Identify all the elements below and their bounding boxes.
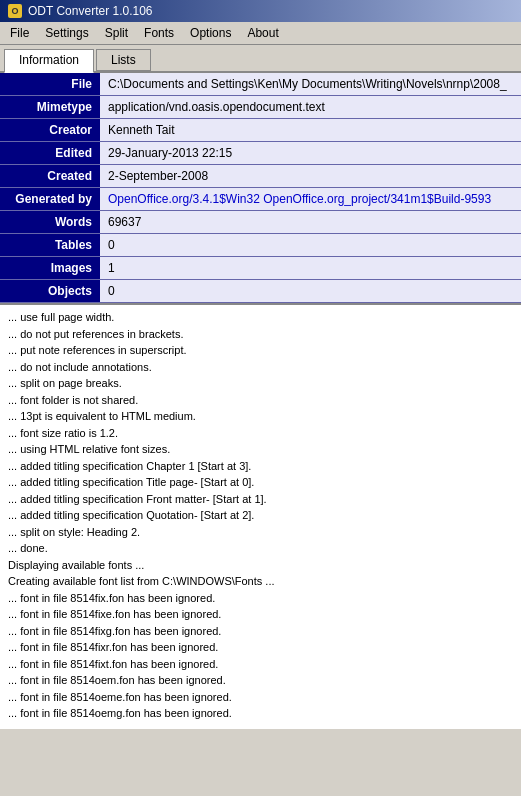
table-row: Generated byOpenOffice.org/3.4.1$Win32 O…: [0, 188, 521, 211]
table-row: Tables0: [0, 234, 521, 257]
table-row: Objects0: [0, 280, 521, 303]
row-value: 0: [100, 280, 521, 303]
row-value: Kenneth Tait: [100, 119, 521, 142]
log-line: ... font in file 8514fixe.fon has been i…: [8, 606, 513, 623]
menu-file[interactable]: File: [4, 24, 35, 42]
row-label: Generated by: [0, 188, 100, 211]
tab-lists[interactable]: Lists: [96, 49, 151, 71]
log-line: Creating available font list from C:\WIN…: [8, 573, 513, 590]
log-line: ... added titling specification Title pa…: [8, 474, 513, 491]
row-label: Words: [0, 211, 100, 234]
app-icon-letter: O: [11, 6, 18, 16]
log-line: ... font in file 8514fixg.fon has been i…: [8, 623, 513, 640]
row-value: 29-January-2013 22:15: [100, 142, 521, 165]
log-line: ... put note references in superscript.: [8, 342, 513, 359]
log-line: ... font in file 8514oemg.fon has been i…: [8, 705, 513, 722]
row-label: File: [0, 73, 100, 96]
log-area: ... use full page width.... do not put r…: [0, 303, 521, 729]
row-value: 1: [100, 257, 521, 280]
table-row: Created2-September-2008: [0, 165, 521, 188]
log-line: ... font in file 8514fix.fon has been ig…: [8, 590, 513, 607]
row-label: Images: [0, 257, 100, 280]
app-icon: O: [8, 4, 22, 18]
row-value: 69637: [100, 211, 521, 234]
row-value: application/vnd.oasis.opendocument.text: [100, 96, 521, 119]
menu-about[interactable]: About: [241, 24, 284, 42]
row-label: Edited: [0, 142, 100, 165]
log-line: ... using HTML relative font sizes.: [8, 441, 513, 458]
tab-information[interactable]: Information: [4, 49, 94, 73]
row-label: Created: [0, 165, 100, 188]
table-row: FileC:\Documents and Settings\Ken\My Doc…: [0, 73, 521, 96]
menu-fonts[interactable]: Fonts: [138, 24, 180, 42]
log-line: ... split on page breaks.: [8, 375, 513, 392]
main-content: FileC:\Documents and Settings\Ken\My Doc…: [0, 73, 521, 729]
log-line: ... do not include annotations.: [8, 359, 513, 376]
log-line: ... font in file 8514fixt.fon has been i…: [8, 656, 513, 673]
title-bar-text: ODT Converter 1.0.106: [28, 4, 153, 18]
log-line: ... split on style: Heading 2.: [8, 524, 513, 541]
log-line: ... font folder is not shared.: [8, 392, 513, 409]
tab-bar: Information Lists: [0, 45, 521, 73]
table-row: Images1: [0, 257, 521, 280]
log-line: ... added titling specification Front ma…: [8, 491, 513, 508]
log-line: ... font in file 8514fixr.fon has been i…: [8, 639, 513, 656]
log-line: ... done.: [8, 540, 513, 557]
row-label: Objects: [0, 280, 100, 303]
log-line: Displaying available fonts ...: [8, 557, 513, 574]
log-line: ... font in file 8514oem.fon has been ig…: [8, 672, 513, 689]
table-row: Mimetypeapplication/vnd.oasis.opendocume…: [0, 96, 521, 119]
log-line: ... do not put references in brackets.: [8, 326, 513, 343]
table-row: Words69637: [0, 211, 521, 234]
log-line: ... font in file 8514oeme.fon has been i…: [8, 689, 513, 706]
row-value: C:\Documents and Settings\Ken\My Documen…: [100, 73, 521, 96]
row-value: 0: [100, 234, 521, 257]
info-table: FileC:\Documents and Settings\Ken\My Doc…: [0, 73, 521, 303]
title-bar: O ODT Converter 1.0.106: [0, 0, 521, 22]
row-label: Tables: [0, 234, 100, 257]
table-row: CreatorKenneth Tait: [0, 119, 521, 142]
row-value: OpenOffice.org/3.4.1$Win32 OpenOffice.or…: [100, 188, 521, 211]
menu-settings[interactable]: Settings: [39, 24, 94, 42]
table-row: Edited29-January-2013 22:15: [0, 142, 521, 165]
info-section: FileC:\Documents and Settings\Ken\My Doc…: [0, 73, 521, 303]
log-line: ... use full page width.: [8, 309, 513, 326]
menu-split[interactable]: Split: [99, 24, 134, 42]
log-line: ... 13pt is equivalent to HTML medium.: [8, 408, 513, 425]
row-label: Mimetype: [0, 96, 100, 119]
row-value: 2-September-2008: [100, 165, 521, 188]
log-line: ... added titling specification Quotatio…: [8, 507, 513, 524]
menu-options[interactable]: Options: [184, 24, 237, 42]
log-line: ... font size ratio is 1.2.: [8, 425, 513, 442]
row-label: Creator: [0, 119, 100, 142]
menu-bar: File Settings Split Fonts Options About: [0, 22, 521, 45]
log-line: ... added titling specification Chapter …: [8, 458, 513, 475]
